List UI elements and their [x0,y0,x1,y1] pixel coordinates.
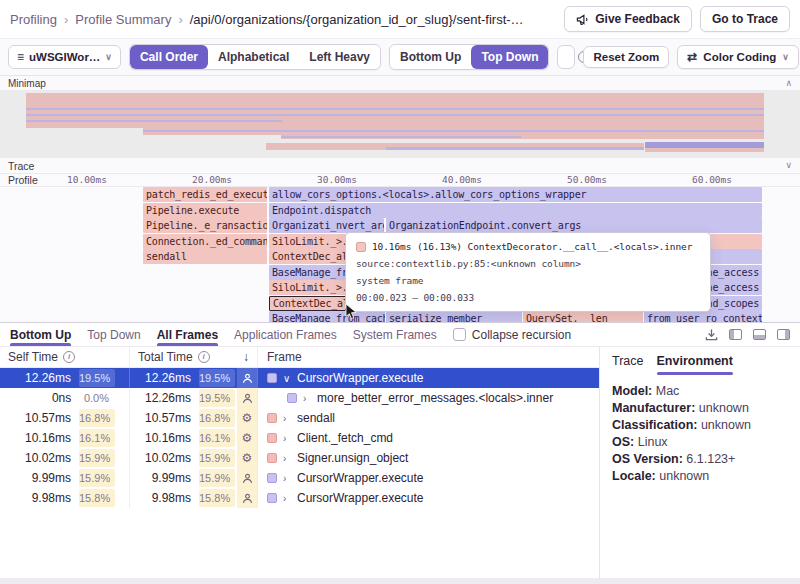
chevron-right-icon[interactable]: › [283,433,291,444]
details-tab-environment[interactable]: Environment [657,351,733,375]
flame-frame[interactable]: patch_redis_ed_execute [143,187,267,202]
collapse-trace-icon[interactable]: ∨ [785,161,792,170]
field-label: Manufacturer: [612,401,695,415]
flame-frame[interactable]: from_user_ro_context [644,311,762,322]
flame-frame[interactable]: Pipeline._e_ransaction [143,218,267,233]
sort-option-call-order[interactable]: Call Order [130,45,208,69]
environment-field: Model: Mac [612,383,788,400]
flame-frame[interactable]: sendall [143,249,267,264]
layout-left-panel-icon[interactable] [729,329,742,340]
bottom-tabbar: Bottom UpTop Down All FramesApplication … [0,323,800,347]
thread-list-icon: ≡ [17,50,24,64]
profile-label: Profile [8,174,38,186]
flame-frame[interactable]: BaseManage_from_cache [269,311,385,322]
flame-frame[interactable]: SiloLimit._>.over [269,234,346,249]
total-time-percent: 19.5% [199,369,235,387]
flamegraph-canvas[interactable]: 10.16ms (16.13%) ContextDecorator.__call… [0,187,800,322]
environment-field: Manufacturer: unknown [612,400,788,417]
table-body: 12.26ms19.5%12.26ms19.5%∨CursorWrapper.e… [0,368,599,508]
table-row[interactable]: 12.26ms19.5%12.26ms19.5%∨CursorWrapper.e… [0,368,599,388]
total-time-value: 12.26ms [135,391,191,405]
self-time-value: 9.99ms [0,471,71,485]
download-icon[interactable] [705,328,718,341]
self-time-cell: 10.02ms15.9% [0,448,130,468]
time-tick: 60.00ms [692,174,732,185]
chevron-right-icon[interactable]: › [283,473,291,484]
direction-option-bottom-up[interactable]: Bottom Up [390,45,471,69]
flame-frame[interactable]: BaseManage_from_c [269,265,346,280]
collapse-recursion-checkbox[interactable] [453,328,466,341]
field-label: Model: [612,384,652,398]
tab-system-frames[interactable]: System Frames [353,323,437,346]
layout-bottom-panel-icon[interactable] [753,329,766,340]
go-to-trace-button[interactable]: Go to Trace [700,6,790,32]
total-time-percent: 15.9% [199,449,235,467]
chevron-right-icon[interactable]: › [283,453,291,464]
give-feedback-button[interactable]: Give Feedback [564,6,692,32]
flame-frame[interactable]: QuerySet.__len__ [523,311,643,322]
tab-application-frames[interactable]: Application Frames [234,323,337,346]
tooltip-frame-kind: system frame [356,275,700,286]
tab-all-frames[interactable]: All Frames [157,323,218,346]
table-row[interactable]: 10.57ms16.8%10.57ms16.8%⚙›sendall [0,408,599,428]
thread-selector[interactable]: ≡ uWSGIWor… ∨ [8,45,121,69]
sort-descending-icon[interactable]: ↓ [243,350,249,364]
frame-cell: ∨CursorWrapper.execute [258,368,599,388]
system-frame-icon-cell: ⚙ [237,448,257,468]
flame-frame[interactable] [710,234,762,249]
table-row[interactable]: 9.99ms15.9%9.99ms15.9%›CursorWrapper.exe… [0,468,599,488]
total-time-column-header[interactable]: Total Time i ↓ [130,347,258,367]
system-frame-icon-cell: ⚙ [237,428,257,448]
direction-option-top-down[interactable]: Top Down [471,45,548,69]
self-time-column-header[interactable]: Self Time i [0,347,130,367]
layout-right-panel-icon[interactable] [777,329,790,340]
flame-frame[interactable]: Endpoint.dispatch [269,203,762,218]
chevron-right-icon[interactable]: › [303,393,311,404]
total-time-cell: 10.16ms16.1%⚙ [130,428,258,448]
collapse-recursion-toggle[interactable]: Collapse recursion [453,328,571,342]
total-time-cell: 9.99ms15.9% [130,468,258,488]
flame-frame[interactable]: SiloLimit._>.over [269,280,346,295]
sort-option-left-heavy[interactable]: Left Heavy [299,45,380,69]
flame-frame[interactable]: ContextDec_als>.i [269,249,346,264]
total-time-value: 9.98ms [135,491,191,505]
chevron-right-icon[interactable]: › [283,493,291,504]
self-time-value: 10.57ms [0,411,71,425]
table-row[interactable]: 9.98ms15.8%9.98ms15.8%›CursorWrapper.exe… [0,488,599,508]
collapse-minimap-icon[interactable]: ∧ [785,79,792,88]
tab-bottom-up[interactable]: Bottom Up [10,323,71,346]
chevron-down-icon[interactable]: ∨ [283,373,291,384]
flame-frame[interactable]: ContextDec_als>.i [269,296,346,311]
tab-top-down[interactable]: Top Down [87,323,140,346]
chevron-right-icon[interactable]: › [283,413,291,424]
table-row[interactable]: 10.02ms15.9%10.02ms15.9%⚙›Signer.unsign_… [0,448,599,468]
flame-frame[interactable] [710,249,762,264]
self-time-cell: 9.99ms15.9% [0,468,130,488]
minimap-canvas[interactable] [0,91,800,158]
breadcrumb-item[interactable]: /api/0/organizations/{organization_id_or… [190,12,524,27]
breadcrumb-item[interactable]: Profile Summary [75,12,171,27]
frame-column-header[interactable]: Frame [258,350,599,364]
self-time-percent: 19.5% [79,369,115,387]
breadcrumb-item[interactable]: Profiling [10,12,57,27]
self-time-cell: 10.16ms16.1% [0,428,130,448]
reset-zoom-button[interactable]: Reset Zoom [583,46,669,68]
find-frames-search[interactable]: i [557,45,575,69]
self-time-cell: 10.57ms16.8% [0,408,130,428]
flame-frame[interactable]: Pipeline.execute [143,203,267,218]
table-row[interactable]: 10.16ms16.1%10.16ms16.1%⚙›Client._fetch_… [0,428,599,448]
flame-frame[interactable]: Connection._ed_command [143,234,267,249]
sort-option-alphabetical[interactable]: Alphabetical [208,45,299,69]
time-tick: 50.00ms [567,174,607,185]
minimap-block [386,147,644,150]
color-coding-button[interactable]: ⇄ Color Coding ∨ [677,45,798,69]
flame-frame[interactable]: allow_cors_options.<locals>.allow_cors_o… [269,187,762,202]
flame-frame[interactable]: serialize_member [386,311,522,322]
flame-frame[interactable]: OrganizationEndpoint.convert_args [386,218,762,233]
frame-name: Client._fetch_cmd [297,431,393,445]
flame-frame[interactable]: Organizati_nvert_args [269,218,384,233]
frame-cell: ›CursorWrapper.execute [258,468,599,488]
details-tab-trace[interactable]: Trace [612,351,644,375]
reset-zoom-label: Reset Zoom [593,51,659,63]
table-row[interactable]: 0ns0.0%12.26ms19.5%›more_better_error_me… [0,388,599,408]
